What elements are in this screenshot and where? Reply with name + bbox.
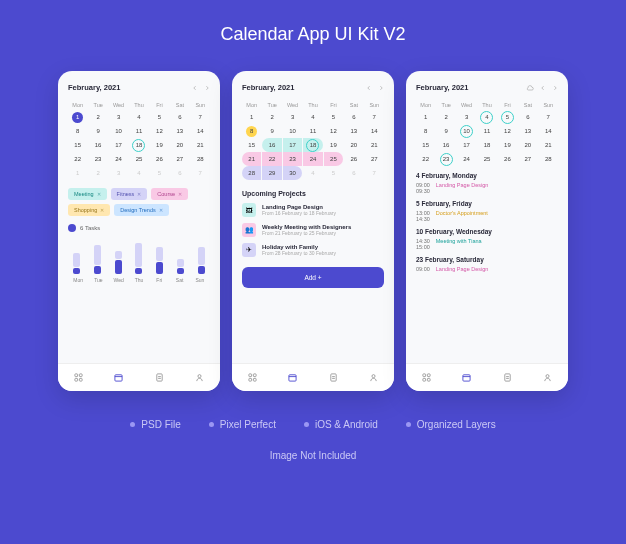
calendar-day[interactable]: 22: [262, 152, 281, 166]
calendar-day[interactable]: 14: [539, 124, 558, 138]
calendar-day[interactable]: 7: [191, 166, 210, 180]
calendar-day[interactable]: 8: [242, 124, 261, 138]
calendar-day[interactable]: 14: [191, 124, 210, 138]
chevron-left-icon[interactable]: [540, 85, 546, 91]
calendar-day[interactable]: 6: [170, 110, 189, 124]
calendar-day[interactable]: 5: [324, 166, 343, 180]
calendar-day[interactable]: 14: [365, 124, 384, 138]
calendar-day[interactable]: 20: [518, 138, 537, 152]
calendar-day[interactable]: 5: [324, 110, 343, 124]
calendar-day[interactable]: 3: [457, 110, 476, 124]
calendar-day[interactable]: 17: [109, 138, 128, 152]
nav-doc-icon[interactable]: [329, 373, 338, 382]
calendar-day[interactable]: 4: [129, 110, 148, 124]
calendar-day[interactable]: 17: [457, 138, 476, 152]
calendar-day[interactable]: 23: [283, 152, 302, 166]
calendar-day[interactable]: 10: [457, 124, 476, 138]
close-icon[interactable]: ✕: [100, 207, 104, 213]
calendar-day[interactable]: 9: [88, 124, 107, 138]
calendar-day[interactable]: 20: [170, 138, 189, 152]
calendar-day[interactable]: 19: [150, 138, 169, 152]
calendar-day[interactable]: 21: [242, 152, 261, 166]
calendar-day[interactable]: 13: [344, 124, 363, 138]
calendar-day[interactable]: 9: [262, 124, 281, 138]
calendar-day[interactable]: 21: [191, 138, 210, 152]
calendar-day[interactable]: 11: [477, 124, 496, 138]
calendar-day[interactable]: 5: [150, 166, 169, 180]
calendar-day[interactable]: 5: [498, 110, 517, 124]
calendar-day[interactable]: 16: [262, 138, 281, 152]
calendar-day[interactable]: 22: [68, 152, 87, 166]
calendar-day[interactable]: 6: [518, 110, 537, 124]
chevron-right-icon[interactable]: [204, 85, 210, 91]
nav-profile-icon[interactable]: [195, 373, 204, 382]
calendar-day[interactable]: 23: [436, 152, 455, 166]
calendar-day[interactable]: 8: [68, 124, 87, 138]
calendar-day[interactable]: 24: [109, 152, 128, 166]
schedule-row[interactable]: 09:0009:30Landing Page Design: [416, 182, 558, 194]
schedule-row[interactable]: 14:3015:00Meeting with Tiana: [416, 238, 558, 250]
calendar-day[interactable]: 1: [416, 110, 435, 124]
chevron-right-icon[interactable]: [552, 85, 558, 91]
calendar-day[interactable]: 18: [129, 138, 148, 152]
calendar-day[interactable]: 1: [68, 166, 87, 180]
calendar-day[interactable]: 10: [283, 124, 302, 138]
calendar-day[interactable]: 28: [539, 152, 558, 166]
calendar-day[interactable]: 18: [303, 138, 322, 152]
calendar-day[interactable]: 15: [242, 138, 261, 152]
schedule-row[interactable]: 09:00Landing Page Design: [416, 266, 558, 272]
calendar-day[interactable]: 16: [88, 138, 107, 152]
nav-profile-icon[interactable]: [543, 373, 552, 382]
close-icon[interactable]: ✕: [178, 191, 182, 197]
tag-chip[interactable]: Meeting✕: [68, 188, 107, 200]
calendar-day[interactable]: 17: [283, 138, 302, 152]
calendar-day[interactable]: 12: [498, 124, 517, 138]
calendar-day[interactable]: 25: [477, 152, 496, 166]
calendar-day[interactable]: 28: [191, 152, 210, 166]
calendar-day[interactable]: 26: [498, 152, 517, 166]
calendar-day[interactable]: 7: [191, 110, 210, 124]
calendar-day[interactable]: 5: [150, 110, 169, 124]
add-button[interactable]: Add +: [242, 267, 384, 288]
calendar-day[interactable]: 8: [416, 124, 435, 138]
calendar-day[interactable]: 4: [303, 166, 322, 180]
calendar-day[interactable]: 6: [170, 166, 189, 180]
nav-home-icon[interactable]: [74, 373, 83, 382]
calendar-day[interactable]: 20: [344, 138, 363, 152]
project-item[interactable]: 👥Weekly Meeting with DesignersFrom 21 Fe…: [242, 223, 384, 237]
calendar-day[interactable]: 1: [242, 110, 261, 124]
calendar-day[interactable]: 10: [109, 124, 128, 138]
close-icon[interactable]: ✕: [159, 207, 163, 213]
nav-calendar-icon[interactable]: [114, 373, 123, 382]
calendar-day[interactable]: 13: [518, 124, 537, 138]
nav-doc-icon[interactable]: [155, 373, 164, 382]
tag-chip[interactable]: Course✕: [151, 188, 188, 200]
calendar-day[interactable]: 19: [324, 138, 343, 152]
calendar-day[interactable]: 6: [344, 110, 363, 124]
nav-home-icon[interactable]: [422, 373, 431, 382]
calendar-day[interactable]: 18: [477, 138, 496, 152]
calendar-day[interactable]: 12: [324, 124, 343, 138]
calendar-day[interactable]: 12: [150, 124, 169, 138]
tag-chip[interactable]: Shopping✕: [68, 204, 110, 216]
calendar-day[interactable]: 3: [283, 110, 302, 124]
cloud-icon[interactable]: [526, 85, 534, 91]
calendar-day[interactable]: 29: [262, 166, 281, 180]
calendar-day[interactable]: 27: [170, 152, 189, 166]
chevron-right-icon[interactable]: [378, 85, 384, 91]
tag-chip[interactable]: Design Trends✕: [114, 204, 168, 216]
calendar-day[interactable]: 16: [436, 138, 455, 152]
calendar-day[interactable]: 26: [150, 152, 169, 166]
calendar-day[interactable]: 15: [68, 138, 87, 152]
calendar-day[interactable]: 25: [129, 152, 148, 166]
close-icon[interactable]: ✕: [137, 191, 141, 197]
project-item[interactable]: ✈Holiday with FamilyFrom 28 February to …: [242, 243, 384, 257]
calendar-day[interactable]: 21: [365, 138, 384, 152]
calendar-day[interactable]: 27: [518, 152, 537, 166]
calendar-day[interactable]: 30: [283, 166, 302, 180]
calendar-day[interactable]: 2: [436, 110, 455, 124]
calendar-day[interactable]: 7: [365, 110, 384, 124]
calendar-day[interactable]: 9: [436, 124, 455, 138]
calendar-day[interactable]: 1: [68, 110, 87, 124]
close-icon[interactable]: ✕: [97, 191, 101, 197]
